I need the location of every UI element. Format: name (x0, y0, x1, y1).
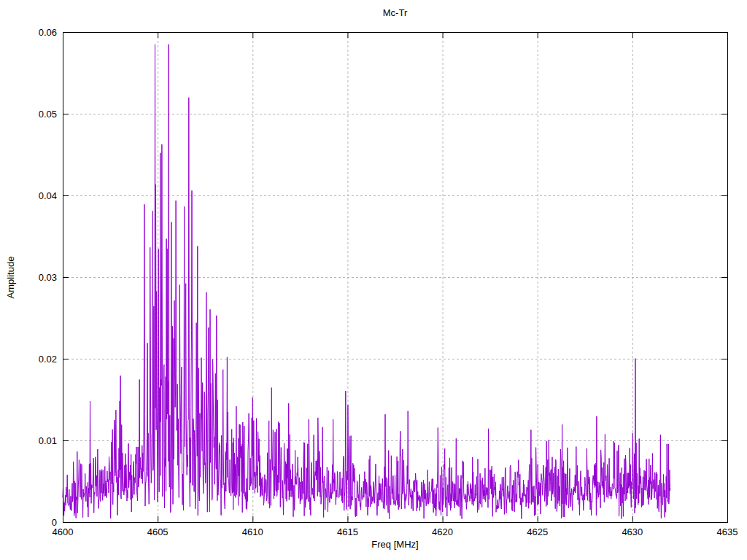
x-tick-label: 4605 (134, 526, 181, 537)
x-tick-label: 4600 (39, 526, 86, 537)
x-axis-label: Freq [MHz] (63, 539, 727, 550)
data-line (63, 44, 670, 519)
y-tick-label: 0.04 (12, 190, 57, 201)
chart-title: Mc-Tr (63, 7, 727, 18)
y-tick-label: 0.03 (12, 272, 57, 283)
x-tick-label: 4635 (704, 526, 747, 537)
spectrum-chart: Mc-Tr Amplitude Freq [MHz] 00.010.020.03… (0, 0, 747, 560)
y-tick-label: 0.01 (12, 435, 57, 446)
x-tick-label: 4610 (229, 526, 276, 537)
y-tick-label: 0.05 (12, 109, 57, 120)
x-tick-label: 4620 (419, 526, 466, 537)
plot-area (0, 0, 747, 560)
y-tick-label: 0.06 (12, 27, 57, 38)
x-tick-label: 4625 (514, 526, 561, 537)
x-tick-label: 4630 (609, 526, 656, 537)
x-tick-label: 4615 (324, 526, 371, 537)
y-tick-label: 0.02 (12, 354, 57, 365)
